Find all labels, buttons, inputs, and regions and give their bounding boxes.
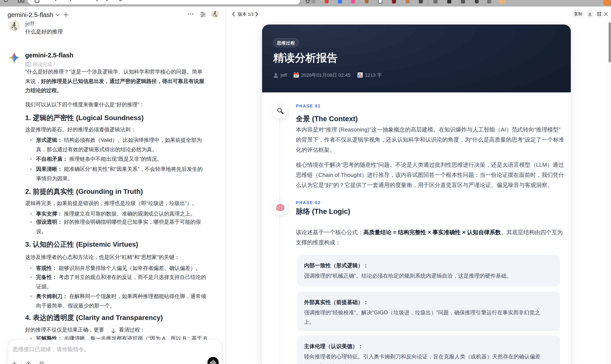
svg-text:17: 17 <box>295 75 298 78</box>
